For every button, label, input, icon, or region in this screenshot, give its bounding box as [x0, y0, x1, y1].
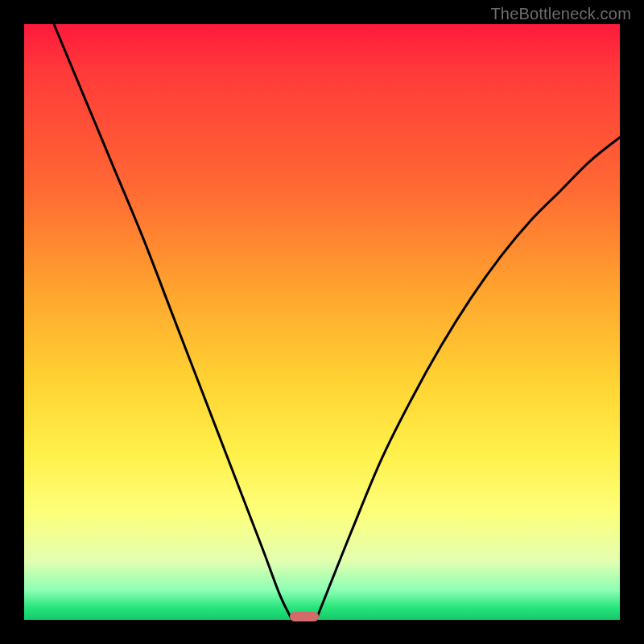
curve-right — [316, 138, 620, 620]
curves-svg — [24, 24, 620, 620]
bottleneck-marker — [290, 612, 319, 621]
plot-area — [24, 24, 620, 620]
chart-frame: TheBottleneck.com — [0, 0, 644, 644]
watermark-text: TheBottleneck.com — [490, 5, 631, 23]
curve-left — [54, 24, 292, 620]
